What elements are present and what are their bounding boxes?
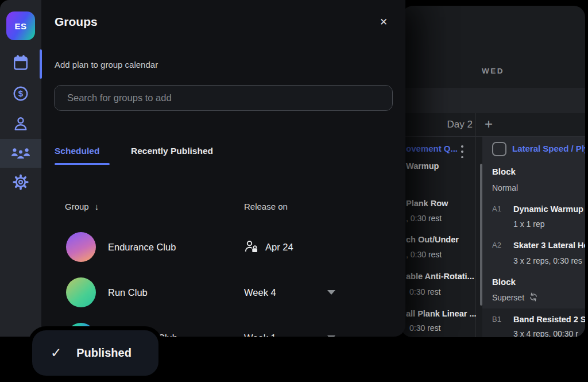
- tab-recently-published[interactable]: Recently Published: [131, 146, 213, 156]
- sidebar-item-settings[interactable]: [0, 173, 41, 193]
- lock-person-icon: [244, 240, 258, 254]
- column-divider: [475, 113, 476, 337]
- close-icon[interactable]: ✕: [373, 12, 394, 33]
- add-workout-button[interactable]: +: [480, 115, 497, 133]
- release-date: Apr 24: [265, 241, 293, 253]
- exercise-sub: 3 x 2 reps, 0:30 res: [513, 255, 582, 267]
- people-group-icon: [0, 144, 41, 163]
- chevron-down-icon[interactable]: [327, 290, 335, 295]
- gear-icon: [12, 173, 29, 193]
- modal-title: Groups: [55, 15, 98, 29]
- exercise-sub: 0:30 rest: [409, 322, 440, 334]
- exercise-title: ch Out/Under: [406, 234, 459, 245]
- person-icon: [12, 115, 29, 134]
- block-mode: Normal: [492, 182, 518, 194]
- screen: WED Day 2 + ovement Q... Warmup Plank Ro…: [0, 0, 588, 382]
- workout-title-link[interactable]: Lateral Speed / Plyo: [512, 144, 585, 153]
- exercise-title: Band Resisted 2 Step: [513, 314, 585, 325]
- sidebar-item-calendar[interactable]: [0, 54, 41, 74]
- sidebar: ES $: [0, 0, 41, 337]
- release-week-dropdown[interactable]: Week 4: [244, 287, 276, 298]
- exercise-sub: , 0:30 rest: [406, 249, 442, 260]
- modal-subtitle: Add plan to group calendar: [55, 60, 158, 70]
- calendar-icon: [12, 54, 29, 74]
- chevron-down-icon[interactable]: [327, 335, 335, 337]
- exercise-index: A1: [492, 203, 501, 215]
- column-header-release-on: Release on: [244, 202, 288, 211]
- exercise-title: Warmup: [406, 160, 439, 172]
- kebab-menu-icon[interactable]: [458, 145, 466, 158]
- exercise-index: A2: [492, 240, 501, 251]
- sort-arrow-icon: ↓: [95, 202, 99, 211]
- workout-card: Lateral Speed / Plyo Block Normal A1 Dyn…: [482, 137, 585, 337]
- exercise-sub: 0:30 rest: [409, 286, 440, 298]
- group-avatar: [66, 232, 96, 262]
- group-avatar: [66, 277, 96, 307]
- exercise-title: Plank Row: [406, 198, 448, 209]
- group-name: Run Club: [108, 287, 148, 298]
- weekday-header: WED: [401, 67, 585, 75]
- active-route-indicator: [40, 49, 42, 79]
- workout-checkbox[interactable]: [492, 142, 506, 156]
- exercise-sub: 3 x 4 reps, 00:30 r: [513, 328, 578, 337]
- block-mode: Superset: [492, 292, 538, 304]
- group-name: Club: [158, 332, 177, 337]
- sidebar-item-groups[interactable]: [0, 139, 41, 168]
- group-name: Endurance Club: [108, 241, 176, 253]
- sidebar-item-clients[interactable]: [0, 115, 41, 134]
- exercise-sub: , 0:30 rest: [406, 213, 442, 224]
- avatar[interactable]: ES: [6, 11, 35, 40]
- exercise-index: B1: [492, 314, 501, 325]
- active-tab-underline: [55, 163, 110, 165]
- tab-scheduled[interactable]: Scheduled: [55, 146, 99, 156]
- exercise-sub: 1 x 1 rep: [513, 218, 544, 230]
- svg-text:$: $: [18, 88, 24, 98]
- week-band: [401, 88, 585, 113]
- search-input[interactable]: [54, 85, 393, 111]
- calendar-app-window: WED Day 2 + ovement Q... Warmup Plank Ro…: [401, 6, 585, 337]
- day-header-row: Day 2 +: [401, 113, 585, 137]
- dollar-icon: $: [12, 85, 29, 105]
- published-toast: ✓ Published: [32, 330, 158, 376]
- day-label: Day 2: [401, 119, 473, 130]
- column-header-group[interactable]: Group↓: [65, 202, 99, 211]
- workout-title-link[interactable]: ovement Q...: [406, 144, 458, 153]
- release-week-dropdown[interactable]: Week 1: [244, 332, 276, 337]
- block-label: Block: [492, 166, 516, 178]
- exercise-title: Dynamic Warmup: [513, 203, 583, 215]
- groups-modal: Groups ✕ Add plan to group calendar Sche…: [41, 0, 405, 337]
- check-icon: ✓: [51, 345, 61, 361]
- exercise-title: able Anti-Rotati...: [406, 271, 474, 282]
- exercise-title: Skater 3 Lateral Hop: [513, 240, 585, 251]
- superset-loop-icon: [529, 292, 538, 304]
- sidebar-item-billing[interactable]: $: [0, 85, 41, 105]
- block-label: Block: [492, 276, 516, 288]
- exercise-title: all Plank Linear ...: [406, 308, 477, 319]
- toast-label: Published: [76, 346, 131, 360]
